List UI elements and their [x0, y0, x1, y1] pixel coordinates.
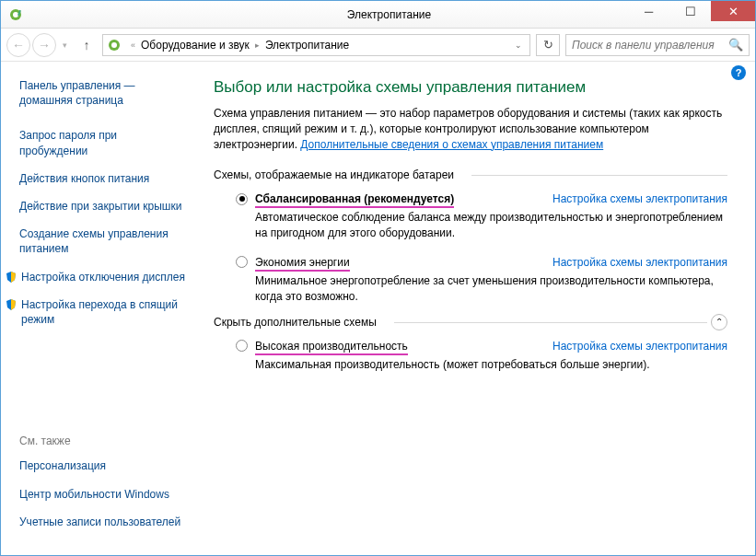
sidebar-link[interactable]: Создание схемы управления питанием	[19, 226, 186, 256]
chevron-left-icon[interactable]: «	[127, 41, 139, 50]
plan-highperf: Высокая производительность Настройка схе…	[214, 336, 727, 384]
shield-icon	[6, 272, 16, 281]
close-button[interactable]: ✕	[711, 1, 755, 21]
forward-button[interactable]: →	[32, 33, 56, 57]
change-plan-link[interactable]: Настройка схемы электропитания	[552, 340, 727, 353]
see-also-link[interactable]: Персонализация	[19, 458, 194, 473]
shield-icon	[6, 299, 16, 308]
radio-powersaver[interactable]	[236, 256, 248, 268]
titlebar: Электропитание ─ ☐ ✕	[1, 1, 755, 29]
breadcrumb-level1[interactable]: Оборудование и звук	[139, 39, 251, 52]
sidebar-link[interactable]: Действие при закрытии крышки	[19, 199, 186, 214]
page-heading: Выбор или настройка схемы управления пит…	[214, 78, 727, 97]
minimize-button[interactable]: ─	[628, 1, 669, 21]
navbar: ← → ▾ ↑ « Оборудование и звук ▸ Электроп…	[1, 29, 755, 62]
intro-link[interactable]: Дополнительные сведения о схемах управле…	[300, 138, 603, 151]
plan-name[interactable]: Сбалансированная (рекомендуется)	[255, 192, 454, 205]
main-content: ? Выбор или настройка схемы управления п…	[199, 62, 755, 555]
search-input[interactable]	[572, 39, 728, 52]
radio-highperf[interactable]	[236, 340, 248, 352]
back-button[interactable]: ←	[6, 33, 30, 57]
svg-point-1	[13, 12, 18, 17]
see-also-link[interactable]: Центр мобильности Windows	[19, 487, 194, 502]
refresh-button[interactable]: ↻	[536, 34, 560, 56]
plan-desc: Максимальная производительность (может п…	[255, 357, 727, 373]
address-bar[interactable]: « Оборудование и звук ▸ Электропитание ⌄	[102, 34, 530, 56]
plan-balanced: Сбалансированная (рекомендуется) Настрой…	[214, 189, 727, 252]
plan-name[interactable]: Экономия энергии	[255, 256, 350, 269]
radio-balanced[interactable]	[236, 193, 248, 205]
maximize-button[interactable]: ☐	[669, 1, 711, 21]
sidebar-link-sleep[interactable]: Настройка перехода в спящий режим	[6, 297, 186, 327]
power-icon	[107, 38, 122, 52]
collapse-button[interactable]: ⌃	[711, 314, 727, 330]
history-dropdown[interactable]: ▾	[58, 41, 71, 50]
sidebar: Панель управления — домашняя страница За…	[1, 62, 199, 555]
section-hide-extra[interactable]: Скрыть дополнительные схемы ⌃	[214, 316, 727, 329]
address-dropdown[interactable]: ⌄	[511, 41, 526, 50]
see-also-title: См. также	[19, 434, 194, 447]
power-icon	[8, 7, 23, 22]
change-plan-link[interactable]: Настройка схемы электропитания	[552, 256, 727, 269]
sidebar-link[interactable]: Действия кнопок питания	[19, 171, 186, 186]
see-also-link[interactable]: Учетные записи пользователей	[19, 515, 194, 529]
sidebar-link-display-off[interactable]: Настройка отключения дисплея	[6, 270, 186, 284]
intro-text: Схема управления питанием — это набор па…	[214, 106, 727, 152]
up-button[interactable]: ↑	[76, 35, 97, 55]
section-battery-plans: Схемы, отображаемые на индикаторе батаре…	[214, 168, 727, 181]
plan-desc: Автоматическое соблюдение баланса между …	[255, 210, 727, 241]
chevron-right-icon: ▸	[251, 41, 263, 50]
plan-powersaver: Экономия энергии Настройка схемы электро…	[214, 252, 727, 316]
search-box[interactable]: 🔍	[565, 34, 750, 56]
change-plan-link[interactable]: Настройка схемы электропитания	[552, 192, 727, 205]
sidebar-link[interactable]: Запрос пароля при пробуждении	[19, 128, 186, 157]
plan-desc: Минимальное энергопотребление за счет ум…	[255, 273, 727, 305]
svg-point-4	[111, 42, 117, 48]
breadcrumb-level2[interactable]: Электропитание	[263, 39, 351, 52]
control-panel-home-link[interactable]: Панель управления — домашняя страница	[19, 78, 186, 108]
see-also: См. также Персонализация Центр мобильнос…	[19, 434, 194, 542]
plan-name[interactable]: Высокая производительность	[255, 340, 408, 353]
search-icon[interactable]: 🔍	[728, 38, 743, 52]
help-icon[interactable]: ?	[731, 65, 746, 80]
